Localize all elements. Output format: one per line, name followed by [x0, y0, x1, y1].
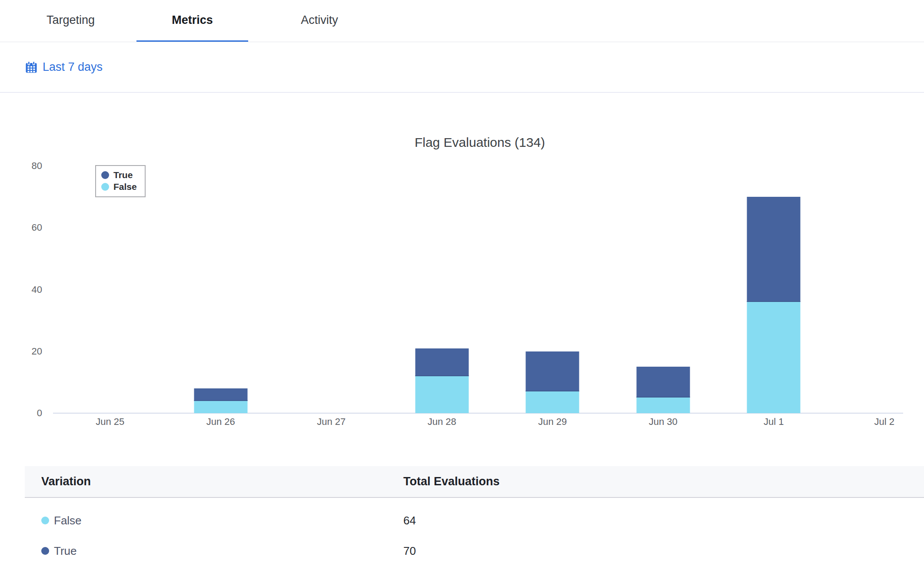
x-axis-label: Jun 26 — [166, 416, 276, 428]
x-axis-label: Jun 29 — [497, 416, 608, 428]
bar-jul-1[interactable] — [747, 197, 801, 413]
flag-evaluations-chart: Flag Evaluations (134) 020406080 Jun 25J… — [0, 93, 924, 466]
plot-area: Jun 25Jun 26Jun 27Jun 28Jun 29Jun 30Jul … — [55, 93, 924, 466]
y-axis-label: 80 — [32, 160, 42, 172]
bar-segment-false[interactable] — [636, 398, 690, 413]
legend-item-true[interactable]: True — [101, 169, 137, 181]
category-slot: Jun 26 — [166, 93, 276, 466]
column-header-total-evaluations: Total Evaluations — [403, 475, 924, 488]
y-axis-label: 40 — [32, 284, 42, 295]
category-slot: Jun 30 — [608, 93, 719, 466]
bar-segment-false[interactable] — [526, 391, 579, 413]
y-axis-label: 0 — [37, 408, 42, 419]
category-slot: Jun 28 — [387, 93, 498, 466]
bar-jun-30[interactable] — [636, 367, 690, 413]
tab-targeting[interactable]: Targeting — [35, 0, 106, 42]
variation-cell: False — [41, 514, 403, 527]
column-header-variation: Variation — [41, 475, 403, 488]
filter-bar: Last 7 days — [0, 42, 924, 93]
total-evaluations-value: 70 — [403, 544, 924, 558]
chart-legend: TrueFalse — [95, 165, 146, 197]
bar-jun-26[interactable] — [194, 388, 247, 413]
x-axis-label: Jun 27 — [276, 416, 387, 428]
category-slot: Jun 27 — [276, 93, 387, 466]
tab-activity[interactable]: Activity — [278, 0, 361, 42]
variation-dot-true — [41, 547, 49, 555]
table-row-false: False64 — [25, 505, 924, 536]
x-axis-label: Jul 1 — [718, 416, 829, 428]
bar-jun-28[interactable] — [415, 348, 469, 413]
bar-segment-true[interactable] — [526, 351, 579, 391]
table-body: False64True70 — [25, 498, 924, 566]
legend-label: False — [113, 182, 137, 192]
x-axis-label: Jun 28 — [387, 416, 498, 428]
x-axis-label: Jun 30 — [608, 416, 719, 428]
variation-label: False — [54, 514, 82, 527]
bar-segment-true[interactable] — [747, 197, 801, 302]
calendar-icon — [25, 61, 38, 74]
evaluations-table: Variation Total Evaluations False64True7… — [25, 466, 924, 566]
bar-segment-false[interactable] — [415, 376, 469, 413]
variation-cell: True — [41, 544, 403, 558]
x-axis-label: Jun 25 — [55, 416, 166, 428]
category-slot: Jul 1 — [718, 93, 829, 466]
legend-item-false[interactable]: False — [101, 181, 137, 192]
variation-dot-false — [41, 517, 49, 524]
bar-segment-false[interactable] — [194, 401, 247, 413]
bar-segment-true[interactable] — [415, 348, 469, 376]
date-range-button[interactable]: Last 7 days — [25, 60, 103, 74]
bar-segment-true[interactable] — [636, 367, 690, 398]
y-axis-label: 20 — [32, 346, 42, 357]
bar-jun-29[interactable] — [526, 351, 579, 413]
table-row-true: True70 — [25, 536, 924, 566]
total-evaluations-value: 64 — [403, 514, 924, 527]
tab-metrics[interactable]: Metrics — [136, 0, 248, 42]
table-header-row: Variation Total Evaluations — [25, 466, 924, 498]
y-axis: 020406080 — [0, 93, 42, 466]
tab-bar: Targeting Metrics Activity — [0, 0, 924, 42]
category-slot: Jun 29 — [497, 93, 608, 466]
legend-label: True — [113, 170, 133, 180]
y-axis-label: 60 — [32, 222, 42, 233]
bar-segment-true[interactable] — [194, 388, 247, 401]
bar-segment-false[interactable] — [747, 302, 801, 413]
x-axis-label: Jul 2 — [829, 416, 924, 428]
category-slot: Jun 25 — [55, 93, 166, 466]
category-slot: Jul 2 — [829, 93, 924, 466]
legend-dot-false — [101, 183, 109, 191]
variation-label: True — [54, 544, 77, 558]
date-range-label: Last 7 days — [43, 60, 103, 74]
legend-dot-true — [101, 171, 109, 179]
